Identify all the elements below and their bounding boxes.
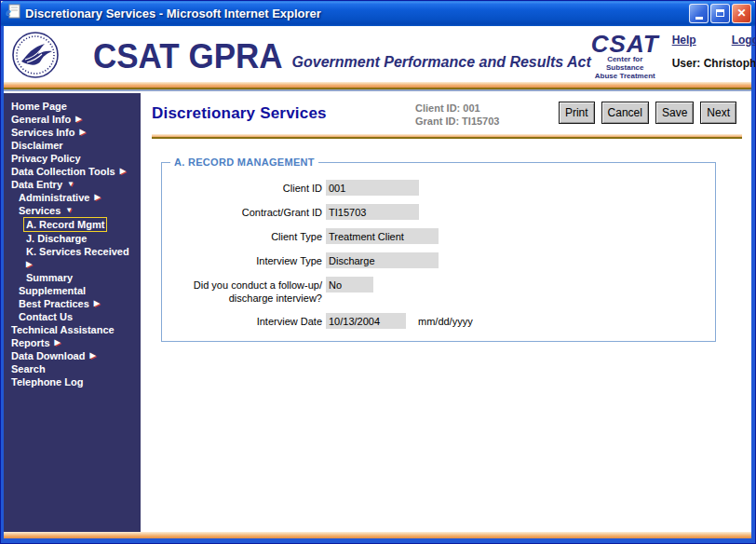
help-link[interactable]: Help [672, 34, 696, 47]
close-button[interactable]: ✕ [732, 4, 751, 23]
field-label: Contract/Grant ID [162, 204, 322, 219]
sidebar-item-services[interactable]: Services▼ [4, 204, 141, 217]
date-format-hint: mm/dd/yyyy [418, 313, 473, 327]
sidebar-item-k-services-received[interactable]: K. Services Received▶ [4, 245, 141, 271]
print-button[interactable]: Print [559, 102, 595, 124]
sidebar-item-label: Services Info [11, 126, 74, 139]
client-id-text: Client ID: 001 [415, 102, 559, 115]
app-header: CSAT GPRA Government Performance and Res… [4, 26, 751, 82]
window-controls: ✕ [689, 4, 751, 23]
sidebar-item-technical-assistance[interactable]: Technical Assistance [4, 323, 141, 336]
brand-title: CSAT GPRA [93, 36, 283, 75]
sidebar-item-j-discharge[interactable]: J. Discharge [4, 232, 141, 245]
content-divider [152, 134, 742, 139]
minimize-icon [695, 17, 703, 20]
sidebar-item-label: Technical Assistance [11, 323, 115, 336]
sidebar-item-supplemental[interactable]: Supplemental [4, 284, 141, 297]
csat-logo: CSAT Center for Substance Abuse Treatmen… [591, 33, 659, 88]
brand-tagline: Government Performance and Results Act [292, 54, 591, 71]
sidebar-item-disclaimer[interactable]: Disclaimer [4, 139, 141, 152]
sidebar-item-label: J. Discharge [26, 232, 87, 245]
field-value-box: Treatment Client [326, 228, 439, 244]
record-management-section: A. RECORD MANAGEMENT Client ID001Contrac… [161, 156, 716, 342]
minimize-button[interactable] [689, 4, 709, 23]
field-value-box: 001 [326, 180, 419, 196]
field-row-interview-type: Interview TypeDischarge [162, 252, 706, 268]
sidebar-item-label: Data Download [11, 349, 85, 362]
maximize-button[interactable] [710, 4, 730, 23]
sidebar-item-label: Data Entry [11, 178, 62, 191]
arrow-right-icon: ▶ [55, 336, 61, 349]
logged-in-user: User: Christopher Shumway [672, 57, 756, 70]
field-label: Client ID [162, 180, 322, 195]
sidebar-item-contact-us[interactable]: Contact Us [4, 310, 141, 323]
sidebar-item-general-info[interactable]: General Info▶ [4, 113, 141, 126]
sidebar-item-summary[interactable]: Summary [4, 271, 141, 284]
browser-window: e Discretionary Services - Microsoft Int… [0, 0, 756, 544]
save-button[interactable]: Save [655, 102, 694, 124]
sidebar-item-label: Administrative [19, 191, 89, 204]
sidebar-item-telephone-log[interactable]: Telephone Log [4, 375, 141, 388]
sidebar-item-label: Best Practices [19, 297, 89, 310]
arrow-right-icon: ▶ [75, 113, 81, 126]
sidebar-item-search[interactable]: Search [4, 362, 141, 375]
fields-container: Client ID001Contract/Grant IDTI15703Clie… [162, 180, 706, 329]
field-label: Did you conduct a follow-up/discharge in… [162, 277, 322, 305]
sidebar-item-a-record-mgmt[interactable]: A. Record Mgmt [4, 217, 141, 232]
field-label: Interview Type [162, 252, 322, 267]
sidebar-item-label: Disclaimer [11, 139, 63, 152]
sidebar-item-label: Summary [26, 271, 73, 284]
arrow-right-icon: ▶ [120, 165, 126, 178]
record-ids: Client ID: 001 Grant ID: TI15703 [415, 102, 559, 128]
cancel-button[interactable]: Cancel [601, 102, 649, 124]
sidebar-item-label: General Info [11, 113, 71, 126]
arrow-down-icon: ▼ [67, 178, 74, 191]
sidebar-item-label: Search [11, 362, 46, 375]
logout-link[interactable]: Logout [732, 34, 756, 47]
field-value-box: TI15703 [326, 204, 419, 220]
field-row-interview-date: Interview Date10/13/2004mm/dd/yyyy [162, 313, 706, 329]
page-body: Home PageGeneral Info▶Services Info▶Disc… [4, 93, 751, 532]
sidebar-item-administrative[interactable]: Administrative▶ [4, 191, 141, 204]
arrow-right-icon: ▶ [89, 349, 95, 362]
sidebar-item-label: Home Page [11, 100, 67, 113]
hhs-seal-logo [11, 31, 60, 83]
section-legend: A. RECORD MANAGEMENT [170, 156, 318, 168]
internet-explorer-icon: e [6, 4, 20, 22]
bottom-stripe [4, 532, 751, 538]
csat-logo-org-line: Abuse Treatment [591, 72, 659, 80]
maximize-icon [716, 9, 724, 17]
sidebar-item-privacy-policy[interactable]: Privacy Policy [4, 152, 141, 165]
sidebar-item-home-page[interactable]: Home Page [4, 100, 141, 113]
sidebar-item-best-practices[interactable]: Best Practices▶ [4, 297, 141, 310]
main-content: Discretionary Services Client ID: 001 Gr… [141, 93, 751, 532]
sidebar-item-label: Reports [11, 336, 50, 349]
close-icon: ✕ [736, 7, 746, 19]
arrow-down-icon: ▼ [65, 204, 73, 217]
sidebar-item-label: Supplemental [19, 284, 86, 297]
field-row-client-type: Client TypeTreatment Client [162, 228, 706, 244]
sidebar-item-label: A. Record Mgmt [23, 217, 107, 232]
header-right: Help Logout User: Christopher Shumway [672, 30, 756, 70]
action-buttons: PrintCancelSaveNext [559, 102, 736, 124]
field-row-contract-grant-id: Contract/Grant IDTI15703 [162, 204, 706, 220]
sidebar-item-data-entry[interactable]: Data Entry▼ [4, 178, 141, 191]
arrow-right-icon: ▶ [94, 191, 100, 204]
arrow-right-icon: ▶ [26, 258, 32, 271]
grant-id-text: Grant ID: TI15703 [415, 115, 559, 128]
sidebar-item-label: Data Collection Tools [11, 165, 115, 178]
arrow-right-icon: ▶ [94, 297, 100, 310]
sidebar-item-label: Privacy Policy [11, 152, 81, 165]
field-value-box: Discharge [326, 252, 439, 268]
sidebar-item-services-info[interactable]: Services Info▶ [4, 126, 141, 139]
title-bar[interactable]: e Discretionary Services - Microsoft Int… [0, 0, 756, 26]
svg-text:e: e [6, 5, 11, 19]
sidebar-item-data-download[interactable]: Data Download▶ [4, 349, 141, 362]
field-value-box: 10/13/2004 [326, 313, 406, 329]
field-row-client-id: Client ID001 [162, 180, 706, 196]
next-button[interactable]: Next [700, 102, 736, 124]
sidebar-item-reports[interactable]: Reports▶ [4, 336, 141, 349]
content-header: Discretionary Services Client ID: 001 Gr… [141, 93, 751, 128]
window-frame: CSAT GPRA Government Performance and Res… [0, 26, 756, 544]
sidebar-item-data-collection-tools[interactable]: Data Collection Tools▶ [4, 165, 141, 178]
